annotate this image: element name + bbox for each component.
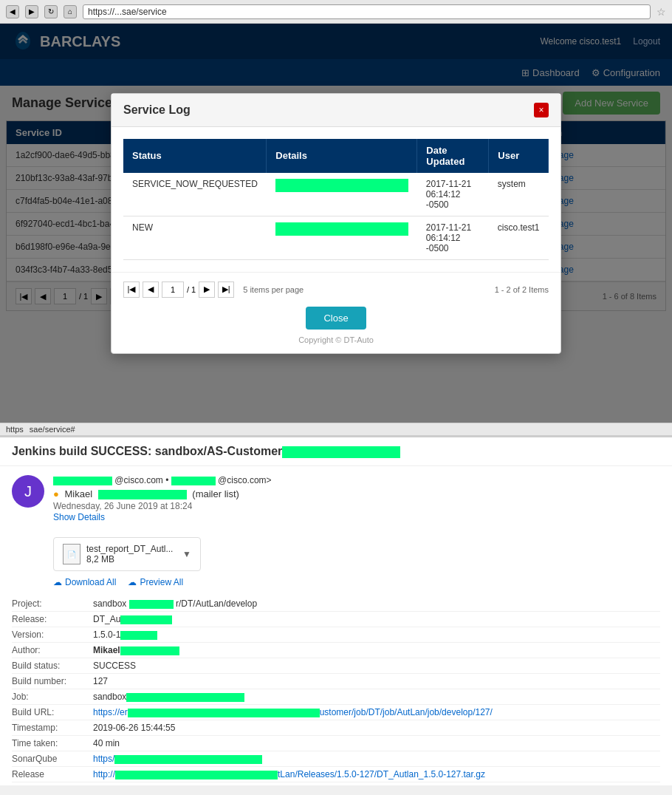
log-row: NEW 2017-11-21 06:14:12 -0500 cisco.test… — [123, 216, 549, 259]
sonarqube-link[interactable]: https/ — [93, 754, 262, 764]
modal-footer: |◀ ◀ / 1 ▶ ▶| 5 items per page 1 - 2 of … — [112, 272, 560, 307]
attachment-name: test_report_DT_Autl... — [86, 544, 176, 554]
col-status: Status — [123, 139, 267, 173]
log-status: NEW — [123, 216, 267, 259]
meta-timestamp: Timestamp: 2019-06-26 15:44:55 — [12, 720, 660, 736]
cloud-download-icon: ☁ — [53, 577, 62, 587]
meta-author: Author: Mikael — [12, 643, 660, 658]
preview-all-link[interactable]: ☁ Preview All — [128, 577, 183, 587]
url-bar[interactable] — [83, 4, 651, 19]
modal-last-page[interactable]: ▶| — [218, 282, 234, 298]
status-middle: sae/service# — [30, 425, 75, 434]
refresh-button[interactable]: ↻ — [44, 5, 58, 18]
modal-title: Service Log — [123, 103, 191, 117]
release-link[interactable]: http://tLan/Releases/1.5.0-127/DT_Autlan… — [93, 769, 485, 779]
close-button[interactable]: Close — [306, 307, 366, 330]
show-details-link[interactable]: Show Details — [53, 512, 105, 522]
modal-page-info: 1 - 2 of 2 Items — [495, 285, 549, 294]
meta-build-status: Build status: SUCCESS — [12, 658, 660, 674]
cloud-preview-icon: ☁ — [128, 577, 137, 587]
home-button[interactable]: ⌂ — [64, 5, 77, 18]
meta-time-taken: Time taken: 40 min — [12, 736, 660, 751]
meta-release: Release: DT_Au — [12, 612, 660, 627]
modal-pagination: |◀ ◀ / 1 ▶ ▶| 5 items per page — [123, 282, 304, 298]
status-left: https — [6, 425, 24, 434]
log-date: 2017-11-21 06:14:12 -0500 — [417, 216, 489, 259]
attachment-info: test_report_DT_Autl... 8,2 MB — [86, 544, 176, 564]
modal-body: Status Details Date Updated User SERVICE… — [112, 127, 560, 272]
forward-button[interactable]: ▶ — [25, 5, 38, 18]
modal-per-page: 5 items per page — [243, 285, 304, 294]
avatar: J — [12, 475, 44, 508]
back-button[interactable]: ◀ — [6, 5, 19, 18]
modal-close-area: Close Copyright © DT-Auto — [112, 307, 560, 353]
download-all-link[interactable]: ☁ Download All — [53, 577, 116, 587]
build-url-link[interactable]: https://erustomer/job/DT/job/AutLan/job/… — [93, 707, 493, 717]
email-metadata: Project: sandbox r/DT/AutLan/develop Rel… — [0, 593, 672, 785]
modal-overlay: Service Log × Status Details Date Update… — [0, 24, 672, 423]
meta-build-url: Build URL: https://erustomer/job/DT/job/… — [12, 705, 660, 720]
copyright-text: Copyright © DT-Auto — [112, 335, 560, 344]
app-wrapper: BARCLAYS Welcome cisco.test1 Logout ⊞ Da… — [0, 24, 672, 423]
attachment-icon: 📄 — [63, 544, 80, 564]
modal-close-button[interactable]: × — [534, 103, 549, 117]
log-details — [267, 173, 417, 216]
sender-info: @cisco.com • @cisco.com> ● Mikael (maile… — [53, 475, 660, 522]
browser-chrome: ◀ ▶ ↻ ⌂ ☆ — [0, 0, 672, 24]
log-date: 2017-11-21 06:14:12 -0500 — [417, 173, 489, 216]
log-row: SERVICE_NOW_REQUESTED 2017-11-21 06:14:1… — [123, 173, 549, 216]
email-section: Jenkins build SUCCESS: sandbox/AS-Custom… — [0, 435, 672, 785]
attachment-area: 📄 test_report_DT_Autl... 8,2 MB ▼ — [53, 537, 201, 571]
attachment-size: 8,2 MB — [86, 554, 176, 564]
subject-redacted — [282, 446, 400, 458]
log-status: SERVICE_NOW_REQUESTED — [123, 173, 267, 216]
col-details: Details — [267, 139, 417, 173]
modal-header: Service Log × — [112, 94, 560, 127]
sender-name-row: ● Mikael (mailer list) — [53, 488, 660, 499]
browser-status-bar: https sae/service# — [0, 423, 672, 435]
meta-project: Project: sandbox r/DT/AutLan/develop — [12, 596, 660, 612]
log-user: system — [489, 173, 549, 216]
modal-page-input[interactable] — [162, 282, 184, 298]
modal-next-page[interactable]: ▶ — [199, 282, 215, 298]
service-log-modal: Service Log × Status Details Date Update… — [111, 93, 561, 354]
meta-version: Version: 1.5.0-1 — [12, 627, 660, 643]
bookmark-icon[interactable]: ☆ — [656, 6, 666, 18]
meta-job: Job: sandbox — [12, 689, 660, 705]
meta-build-number: Build number: 127 — [12, 674, 660, 689]
log-details — [267, 216, 417, 259]
attachment-expand-icon[interactable]: ▼ — [182, 549, 191, 559]
email-subject: Jenkins build SUCCESS: sandbox/AS-Custom… — [0, 437, 672, 466]
modal-first-page[interactable]: |◀ — [123, 282, 140, 298]
modal-prev-page[interactable]: ◀ — [143, 282, 159, 298]
email-sender-row: J @cisco.com • @cisco.com> ● Mikael (mai… — [0, 466, 672, 531]
service-log-table: Status Details Date Updated User SERVICE… — [123, 139, 549, 260]
log-user: cisco.test1 — [489, 216, 549, 259]
action-links: ☁ Download All ☁ Preview All — [53, 577, 660, 587]
meta-sonarqube: SonarQube https/ — [12, 751, 660, 767]
col-user: User — [489, 139, 549, 173]
sender-addresses: @cisco.com • @cisco.com> — [53, 475, 660, 485]
col-date: Date Updated — [417, 139, 489, 173]
sender-date: Wednesday, 26 June 2019 at 18:24 — [53, 501, 660, 511]
meta-release-link: Release http://tLan/Releases/1.5.0-127/D… — [12, 767, 660, 782]
